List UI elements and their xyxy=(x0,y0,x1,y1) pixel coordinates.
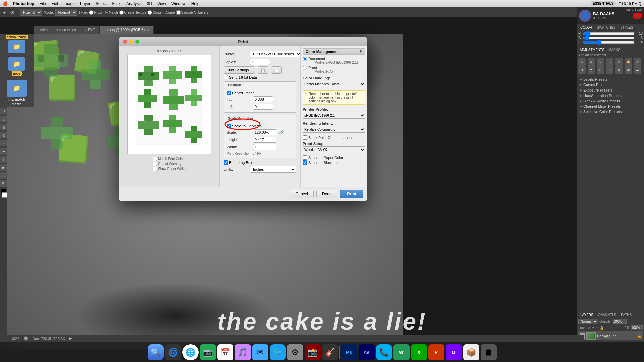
printer-select[interactable]: HP Deskjet D1300 series xyxy=(250,51,300,57)
preset-selective-color[interactable]: ▶ Selective Color Presets xyxy=(578,109,643,114)
background-color[interactable] xyxy=(2,192,7,198)
show-paper-white-checkbox[interactable] xyxy=(153,167,157,171)
menu-image[interactable]: Image xyxy=(64,1,75,6)
fill-input[interactable] xyxy=(631,325,643,330)
adj-bw-icon[interactable]: ◑ xyxy=(578,66,586,74)
tool-heal[interactable]: ⊕ xyxy=(1,9,7,16)
match-print-colors-label[interactable]: Match Print Colors xyxy=(153,157,186,161)
adj-brightness-icon[interactable]: ☀ xyxy=(578,58,586,66)
tool-shape[interactable]: ◻ xyxy=(0,172,7,179)
tab-close-icon[interactable]: ✕ xyxy=(147,28,149,32)
dock-chrome[interactable]: 🌐 xyxy=(182,344,199,360)
dock-finder[interactable]: 🔍 xyxy=(148,344,164,360)
proximity-match-radio-label[interactable]: Proximity Match xyxy=(89,10,118,15)
scale-fit-media-label[interactable]: Scale to Fit Media xyxy=(227,124,262,128)
adj-tab-masks[interactable]: MASKS xyxy=(607,48,622,52)
print-button[interactable]: Print xyxy=(340,190,363,198)
dock-word[interactable]: W xyxy=(393,344,410,360)
bounding-box-checkbox[interactable] xyxy=(224,160,228,165)
adj-color-balance-icon[interactable]: ⚖ xyxy=(634,58,641,66)
black-point-comp-checkbox[interactable] xyxy=(303,135,307,140)
tab-url-png[interactable]: url.png @ 100% (RGB/8) ✕ xyxy=(100,26,154,34)
proof-radio[interactable] xyxy=(303,66,307,70)
layer-background-row[interactable]: 👁 Background 🔒 xyxy=(578,331,643,340)
dock-calendar[interactable]: 📅 xyxy=(217,344,233,360)
dock-ae[interactable]: Ae xyxy=(359,344,375,360)
call-end-button[interactable]: 📞 xyxy=(633,13,642,19)
expand-arrow[interactable]: ▶ xyxy=(69,336,72,341)
menu-analysis[interactable]: Analysis xyxy=(126,1,142,6)
tool-path-selection[interactable]: ▶ xyxy=(0,164,7,171)
dock-virtualbox[interactable]: 📦 xyxy=(463,344,479,360)
dock-iphoto[interactable]: 📷 xyxy=(200,344,216,360)
lock-transparency-icon[interactable]: ⊘ xyxy=(588,326,590,330)
menu-filter[interactable]: Filter xyxy=(112,1,121,6)
color-handling-select[interactable]: Printer Manages Colors xyxy=(303,81,365,87)
adj-hue-icon[interactable]: 🎨 xyxy=(625,58,632,66)
tool-dodge[interactable]: ○ xyxy=(0,139,7,147)
print-extra-btn1[interactable]: 📋 xyxy=(258,66,268,74)
menu-3d[interactable]: 3D xyxy=(147,1,152,6)
lock-all-icon[interactable]: 🔒 xyxy=(600,326,604,330)
tool-size[interactable]: 60 xyxy=(9,9,19,16)
match-print-colors-checkbox[interactable] xyxy=(153,157,157,161)
scale-fit-media-checkbox[interactable] xyxy=(227,124,231,128)
layers-tab-paths[interactable]: PATHS xyxy=(619,313,634,317)
dock-trash[interactable]: 🗑 xyxy=(481,344,497,360)
sample-all-layers-checkbox[interactable] xyxy=(176,10,181,15)
gamut-warning-checkbox[interactable] xyxy=(153,162,157,166)
folder-school-icon[interactable]: 📁 xyxy=(8,40,25,53)
blend-mode-select[interactable]: Normal xyxy=(578,319,598,324)
tool-type[interactable]: T xyxy=(0,156,7,163)
units-select[interactable]: Inches xyxy=(250,166,296,173)
menu-window[interactable]: Window xyxy=(171,1,186,6)
lock-move-icon[interactable]: ✛ xyxy=(596,326,598,330)
proof-setup-select[interactable]: Working CMYK xyxy=(303,146,365,153)
tool-pen[interactable]: ✒ xyxy=(0,147,7,155)
dock-launchpad[interactable]: 🌀 xyxy=(165,344,181,360)
opacity-input[interactable] xyxy=(613,319,627,324)
layers-tab-layers[interactable]: LAYERS xyxy=(578,313,595,317)
tab-styles[interactable]: STYLES xyxy=(618,25,635,30)
printer-profile-select[interactable]: sRGB IEC61966-2.1 xyxy=(303,112,365,119)
tool-zoom[interactable]: 🔍 xyxy=(0,180,7,187)
proximity-match-radio[interactable] xyxy=(89,10,93,15)
adj-exposure-icon[interactable]: ⊙ xyxy=(606,58,613,66)
r-slider[interactable] xyxy=(583,32,635,35)
dock-sysprefs[interactable]: ⚙ xyxy=(287,344,303,360)
bounding-box-label[interactable]: Bounding Box xyxy=(224,160,252,165)
dock-ppt[interactable]: P xyxy=(428,344,444,360)
folder-mixmatch[interactable]: 📁 mix match media xyxy=(1,80,32,106)
cancel-button[interactable]: Cancel xyxy=(290,190,314,198)
create-texture-radio-label[interactable]: Create Texture xyxy=(119,10,146,15)
folder-school[interactable]: school things 📁 xyxy=(1,35,32,53)
tab-swatches[interactable]: SWATCHES xyxy=(595,25,618,30)
top-input[interactable] xyxy=(253,96,273,102)
center-image-checkbox[interactable] xyxy=(227,90,231,95)
dock-ps[interactable]: Ps xyxy=(341,344,357,360)
width-input[interactable] xyxy=(253,144,276,150)
scale-input[interactable] xyxy=(253,129,276,135)
adj-posterize-icon[interactable]: ▩ xyxy=(615,66,623,74)
close-button[interactable] xyxy=(123,40,127,44)
essentials-btn[interactable]: ESSENTIALS xyxy=(591,1,616,6)
simulate-black-checkbox[interactable] xyxy=(303,160,307,165)
simulate-paper-checkbox[interactable] xyxy=(303,155,307,160)
adj-threshold-icon[interactable]: ▦ xyxy=(625,66,632,74)
preset-levels[interactable]: ▶ Levels Presets xyxy=(578,77,643,82)
adj-curves-icon[interactable]: ∿ xyxy=(597,58,604,66)
menu-file[interactable]: File xyxy=(40,1,46,6)
document-radio[interactable] xyxy=(303,57,307,61)
preset-exposure[interactable]: ▶ Exposure Presets xyxy=(578,87,643,93)
copies-input[interactable] xyxy=(250,59,270,65)
tab-s-png[interactable]: s .PNG xyxy=(80,26,100,34)
adj-channel-mixer-icon[interactable]: ⊞ xyxy=(597,66,604,74)
menu-select[interactable]: Select xyxy=(96,1,107,6)
folder-apps-icon[interactable]: 📁 xyxy=(8,57,25,71)
mode-value-select[interactable]: Normal xyxy=(55,9,77,16)
layers-tab-channels[interactable]: CHANNELS xyxy=(596,313,618,317)
dock-itunes[interactable]: 🎵 xyxy=(235,344,251,360)
adj-invert-icon[interactable]: ⊘ xyxy=(606,66,613,74)
dock-mail[interactable]: ✉ xyxy=(252,344,268,360)
sample-all-layers-label[interactable]: Sample All Layers xyxy=(176,10,208,15)
